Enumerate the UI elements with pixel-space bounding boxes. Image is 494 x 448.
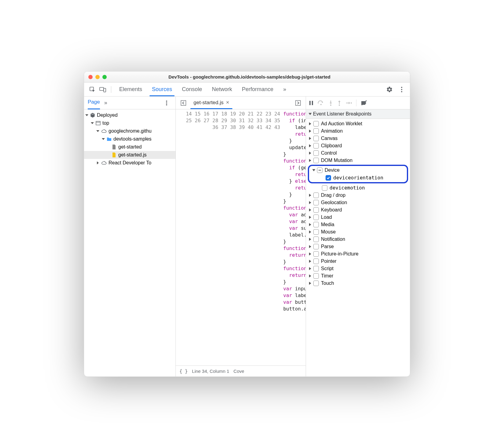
category-script[interactable]: Script [306,265,410,272]
step-into-icon[interactable] [329,100,333,106]
step-icon[interactable] [346,101,352,105]
checkbox[interactable] [313,136,319,141]
category-label: Animation [321,128,343,134]
tree-file-html[interactable]: get-started [84,143,175,151]
category-pointer[interactable]: Pointer [306,258,410,265]
category-label: Ad Auction Worklet [321,121,362,127]
tab-console[interactable]: Console [177,83,207,96]
tree-folder[interactable]: devtools-samples [84,135,175,143]
checkbox[interactable] [317,167,323,173]
tree-extension[interactable]: React Developer To [84,159,175,167]
deactivate-breakpoints-icon[interactable] [361,100,367,106]
checkbox[interactable] [313,207,319,213]
category-drag-drop[interactable]: Drag / drop [306,192,410,199]
chevron-right-icon [309,216,311,219]
category-timer[interactable]: Timer [306,272,410,280]
settings-icon[interactable] [384,84,395,95]
checkbox[interactable] [313,259,319,264]
checkbox[interactable] [313,143,319,149]
nav-next-icon[interactable] [293,98,303,108]
sidebar-kebab-icon[interactable] [161,98,172,108]
nav-prev-icon[interactable] [178,98,189,108]
category-load[interactable]: Load [306,214,410,221]
category-notification[interactable]: Notification [306,236,410,243]
category-picture-in-picture[interactable]: Picture-in-Picture [306,250,410,258]
tab-elements[interactable]: Elements [114,83,147,96]
category-media[interactable]: Media [306,221,410,228]
checkbox[interactable] [313,121,319,127]
pretty-print-icon[interactable]: { } [179,369,188,374]
traffic-lights [88,75,107,79]
tab-sources[interactable]: Sources [147,83,177,96]
event-deviceorientation[interactable]: deviceorientation [310,174,406,182]
tabs-more[interactable]: » [278,83,291,96]
category-dom-mutation[interactable]: DOM Mutation [306,157,410,164]
coverage-label: Cove [234,369,244,374]
maximize-window-button[interactable] [102,75,107,79]
category-clipboard[interactable]: Clipboard [306,142,410,149]
chevron-down-icon [312,169,315,171]
code-editor[interactable]: 14 15 16 17 18 19 20 21 22 23 24 25 26 2… [176,109,306,365]
checkbox[interactable] [313,215,319,220]
checkbox[interactable] [313,281,319,286]
pause-icon[interactable] [309,101,313,105]
checkbox[interactable] [313,128,319,134]
step-out-icon[interactable] [337,100,341,106]
step-over-icon[interactable] [318,101,324,105]
minimize-window-button[interactable] [95,75,100,79]
checkbox[interactable] [313,193,319,198]
tree-file-js[interactable]: get-started.js [84,151,175,159]
sidebar-tab-page[interactable]: Page [88,99,100,107]
checkbox[interactable] [313,251,319,257]
checkbox[interactable] [313,158,319,163]
event-devicemotion[interactable]: devicemotion [306,184,410,192]
checkbox[interactable] [313,273,319,279]
checkbox[interactable] [313,150,319,156]
svg-point-5 [401,91,402,92]
category-ad-auction-worklet[interactable]: Ad Auction Worklet [306,120,410,127]
close-window-button[interactable] [88,75,93,79]
tree-deployed[interactable]: Deployed [84,111,175,119]
checkbox[interactable] [313,222,319,227]
category-label: Picture-in-Picture [321,251,359,257]
tab-network[interactable]: Network [207,83,237,96]
svg-point-15 [320,104,322,105]
checkbox[interactable] [313,200,319,205]
svg-point-8 [166,104,167,105]
chevron-right-icon [309,274,311,277]
checkbox[interactable] [313,244,319,249]
chevron-right-icon [309,260,311,263]
category-geolocation[interactable]: Geolocation [306,199,410,206]
category-canvas[interactable]: Canvas [306,135,410,142]
inspect-element-icon[interactable] [87,84,98,95]
svg-rect-1 [100,87,104,90]
tab-performance[interactable]: Performance [237,83,278,96]
checkbox[interactable] [313,266,319,271]
category-parse[interactable]: Parse [306,243,410,250]
category-control[interactable]: Control [306,149,410,157]
checkbox[interactable] [313,229,319,235]
category-label: Touch [321,281,334,286]
breakpoints-section-header[interactable]: Event Listener Breakpoints [306,109,410,119]
device-toggle-icon[interactable] [98,84,108,95]
checkbox[interactable] [313,237,319,242]
category-mouse[interactable]: Mouse [306,228,410,236]
checkbox[interactable] [322,185,327,191]
close-tab-icon[interactable]: × [226,99,229,106]
category-device[interactable]: Device [310,167,406,174]
chevron-right-icon [309,252,311,255]
tree-top[interactable]: top [84,119,175,127]
tree-origin[interactable]: googlechrome.githu [84,127,175,135]
svg-rect-11 [181,101,186,105]
category-animation[interactable]: Animation [306,127,410,135]
tree-file-js-label: get-started.js [118,152,146,158]
chevron-right-icon [309,137,311,140]
kebab-menu-icon[interactable] [396,84,407,95]
category-touch[interactable]: Touch [306,280,410,287]
js-file-icon [112,152,116,157]
category-keyboard[interactable]: Keyboard [306,206,410,214]
sidebar-tabs-more[interactable]: » [104,100,107,106]
cloud-icon [101,161,107,165]
editor-tab[interactable]: get-started.js × [190,97,232,109]
checkbox[interactable] [326,175,331,181]
